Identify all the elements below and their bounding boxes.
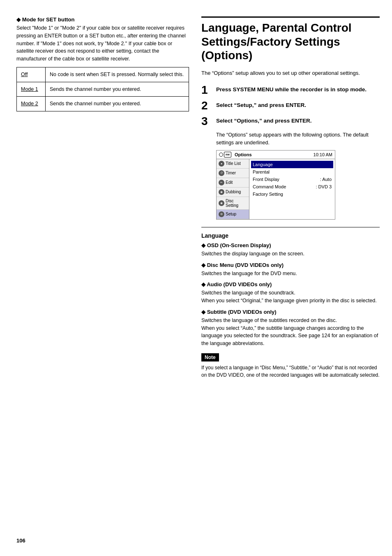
sidebar-item-label: Setup xyxy=(226,212,236,216)
sidebar-icon: ✏ xyxy=(219,180,224,185)
step-item: 2Select “Setup,” and press ENTER. xyxy=(201,100,380,111)
subsection-heading: Audio (DVD VIDEOs only) xyxy=(201,281,380,287)
note-text: If you select a language in “Disc Menu,”… xyxy=(201,364,380,379)
step-text: Select “Setup,” and press ENTER. xyxy=(216,102,306,108)
step-number: 1 xyxy=(201,84,213,96)
left-column: Mode for SET button Select "Mode 1" or "… xyxy=(16,16,189,540)
content-item-label: Parental xyxy=(253,169,270,174)
set-button-body: Select "Mode 1" or "Mode 2" if your cabl… xyxy=(16,24,189,63)
content-item-label: Factory Setting xyxy=(253,192,283,197)
subsection-heading: Subtitle (DVD VIDEOs only) xyxy=(201,309,380,315)
step-text: Press SYSTEM MENU while the recorder is … xyxy=(216,86,367,93)
language-subsection: Subtitle (DVD VIDEOs only)Switches the l… xyxy=(201,309,380,348)
sidebar-item-timer[interactable]: ⏱Timer xyxy=(217,169,249,178)
sidebar-item-label: Dubbing xyxy=(226,190,241,194)
note-label: Note xyxy=(201,353,219,361)
step-item: 3Select “Options,” and press ENTER. xyxy=(201,116,380,127)
table-row: Mode 1Sends the channel number you enter… xyxy=(17,82,189,97)
sidebar-icon: ◉ xyxy=(219,189,224,195)
table-row: OffNo code is sent when SET is pressed. … xyxy=(17,67,189,82)
options-content-item: Front Display: Auto xyxy=(253,176,332,183)
options-sidebar: ●Title List⏱Timer✏Edit◉Dubbing◉Disc Sett… xyxy=(217,159,249,219)
description-cell: No code is sent when SET is pressed. Nor… xyxy=(46,67,189,82)
subsection-body: Switches the language of the soundtrack.… xyxy=(201,289,380,305)
content-item-label: Command Mode xyxy=(253,184,286,189)
step-content: Press SYSTEM MENU while the recorder is … xyxy=(216,84,367,94)
note-container: Note If you select a language in “Disc M… xyxy=(201,353,380,379)
options-content-item: Factory Setting xyxy=(253,190,332,198)
table-row: Mode 2Sends the channel number you enter… xyxy=(17,97,189,111)
language-subsection: Audio (DVD VIDEOs only)Switches the lang… xyxy=(201,281,380,305)
language-subsections: OSD (On-Screen Display)Switches the disp… xyxy=(201,242,380,348)
sidebar-icon: ⚙ xyxy=(219,211,224,217)
section-divider xyxy=(201,227,380,227)
step-2: 2Select “Setup,” and press ENTER. xyxy=(201,100,380,111)
subsection-body: Switches the display language on the scr… xyxy=(201,250,380,258)
step-item: 1Press SYSTEM MENU while the recorder is… xyxy=(201,84,380,96)
step-1: 1Press SYSTEM MENU while the recorder is… xyxy=(201,84,380,96)
sidebar-item-disc-setting[interactable]: ◉Disc Setting xyxy=(217,197,249,210)
options-body: ●Title List⏱Timer✏Edit◉Dubbing◉Disc Sett… xyxy=(217,159,335,219)
options-header-label: Options xyxy=(235,152,252,157)
content-item-value: : DVD 3 xyxy=(316,184,332,189)
sidebar-item-edit[interactable]: ✏Edit xyxy=(217,178,249,188)
options-screen: RW Options 10:10 AM ●Title List⏱Timer✏Ed… xyxy=(216,150,335,220)
description-cell: Sends the channel number you entered. xyxy=(46,82,189,97)
content-item-value: : Auto xyxy=(320,177,332,182)
dvd-icon: RW xyxy=(224,152,231,158)
sidebar-icon: ● xyxy=(219,161,224,167)
subsection-body: Switches the language for the DVD menu. xyxy=(201,270,380,278)
sidebar-item-label: Disc Setting xyxy=(226,199,247,208)
step-subtext: The “Options” setup appears with the fol… xyxy=(216,131,380,147)
step-text: Select “Options,” and press ENTER. xyxy=(216,118,312,124)
content-item-label: Language xyxy=(253,162,273,167)
options-content-item: Parental xyxy=(253,168,332,176)
sidebar-item-dubbing[interactable]: ◉Dubbing xyxy=(217,188,249,197)
mode-cell: Off xyxy=(17,67,46,82)
options-time: 10:10 AM xyxy=(314,152,332,157)
mode-cell: Mode 2 xyxy=(17,97,46,111)
language-section-title: Language xyxy=(201,232,380,239)
sidebar-item-label: Timer xyxy=(226,171,236,175)
language-subsection: Disc Menu (DVD VIDEOs only)Switches the … xyxy=(201,262,380,278)
content-item-label: Front Display xyxy=(253,177,279,182)
sidebar-item-label: Edit xyxy=(226,180,233,185)
description-cell: Sends the channel number you entered. xyxy=(46,97,189,111)
step-number: 3 xyxy=(201,116,213,127)
intro-text: The “Options” setup allows you to set up… xyxy=(201,69,380,77)
step-number: 2 xyxy=(201,100,213,111)
subsection-body: Switches the language of the subtitles r… xyxy=(201,317,380,348)
step-content: Select “Setup,” and press ENTER. xyxy=(216,100,306,109)
step-3: 3Select “Options,” and press ENTER.The “… xyxy=(201,116,380,147)
mode-table: OffNo code is sent when SET is pressed. … xyxy=(16,67,189,111)
sidebar-icon: ◉ xyxy=(219,200,224,206)
language-subsection: OSD (On-Screen Display)Switches the disp… xyxy=(201,242,380,258)
step-content: Select “Options,” and press ENTER. xyxy=(216,116,312,125)
sidebar-item-title-list[interactable]: ●Title List xyxy=(217,159,249,169)
subsection-heading: OSD (On-Screen Display) xyxy=(201,242,380,248)
mode-cell: Mode 1 xyxy=(17,82,46,97)
page-number: 106 xyxy=(16,537,25,544)
sidebar-icon: ⏱ xyxy=(219,170,224,176)
right-column: Language, Parental Control Settings/Fact… xyxy=(201,16,380,540)
options-content-item: Command Mode: DVD 3 xyxy=(253,183,332,190)
options-content: LanguageParentalFront Display: AutoComma… xyxy=(249,159,335,219)
steps-container: 1Press SYSTEM MENU while the recorder is… xyxy=(201,84,380,147)
subsection-heading: Disc Menu (DVD VIDEOs only) xyxy=(201,262,380,268)
main-title: Language, Parental Control Settings/Fact… xyxy=(201,16,380,63)
sidebar-item-setup[interactable]: ⚙Setup xyxy=(217,210,249,219)
options-content-item: Language xyxy=(251,161,333,168)
set-button-heading: Mode for SET button xyxy=(16,16,189,23)
sidebar-item-label: Title List xyxy=(226,161,241,166)
options-header: RW Options 10:10 AM xyxy=(217,151,335,159)
